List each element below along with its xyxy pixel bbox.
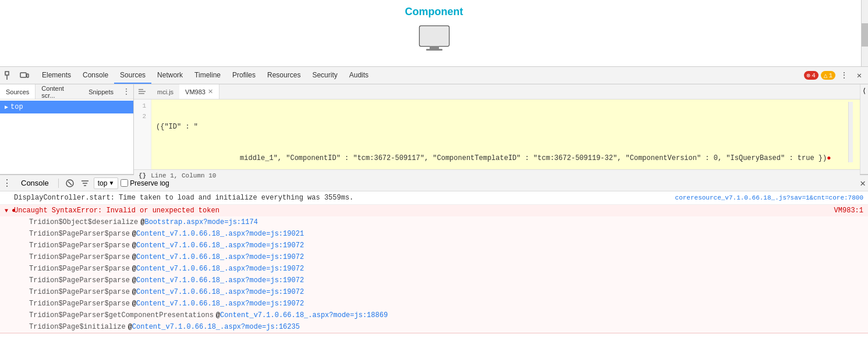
warn-count-badge[interactable]: △ 1 — [821, 71, 835, 80]
tree-item-top[interactable]: ▶ top — [0, 101, 133, 113]
preserve-log-input[interactable] — [121, 179, 128, 187]
svg-rect-4 — [5, 72, 9, 75]
tab-elements[interactable]: Elements — [36, 67, 77, 84]
editor-tab-format-icon — [134, 84, 151, 99]
toolbar-icons — [2, 69, 31, 83]
editor-tab-mci-js[interactable]: mci.js — [151, 84, 179, 99]
sources-panel: Sources Content scr... Snippets ⋮ ▶ top — [0, 84, 868, 175]
tab-profiles[interactable]: Profiles — [226, 67, 261, 84]
console-error-text: Uncaught SyntaxError: Invalid or unexpec… — [14, 207, 834, 215]
execution-context-chevron: ▼ — [108, 180, 114, 186]
preview-area: Component — [0, 0, 868, 67]
toolbar-right: ⊗ 4 △ 1 ⋮ ✕ — [804, 69, 866, 82]
stack-link-4[interactable]: Content_v7.1.0.66.18_.aspx?mode=js:19072 — [136, 264, 304, 274]
warn-count: 1 — [828, 72, 832, 79]
stack-link-1[interactable]: Content_v7.1.0.66.18_.aspx?mode=js:19021 — [136, 229, 304, 239]
devtools-toolbar: Elements Console Sources Network Timelin… — [0, 67, 868, 84]
monitor-icon — [417, 23, 452, 55]
filter-console-button[interactable] — [79, 177, 91, 190]
code-content[interactable]: ({"ID" : " middle_1", "ComponentID" : "t… — [151, 99, 860, 169]
sources-sidebar-tabs: Sources Content scr... Snippets ⋮ — [0, 84, 133, 99]
editor-tab-vm983[interactable]: VM983 ✕ — [179, 84, 219, 99]
tab-timeline[interactable]: Timeline — [189, 67, 226, 84]
stack-frame-3: Tridion$PageParser$parse @ Content_v7.1.… — [0, 251, 868, 263]
tab-network[interactable]: Network — [151, 67, 189, 84]
device-toolbar-button[interactable] — [17, 69, 31, 83]
console-error-row: ▼ ● Uncaught SyntaxError: Invalid or une… — [0, 205, 868, 333]
editor-tab-vm983-label: VM983 — [185, 88, 206, 95]
sidebar-tab-sources[interactable]: Sources — [0, 84, 36, 99]
console-info-link[interactable]: coreresource_v7.1.0.66.18_.js?sav=1&cnt=… — [675, 193, 863, 203]
stack-link-6[interactable]: Content_v7.1.0.66.18_.aspx?mode=js:19072 — [136, 287, 304, 297]
stack-link-2[interactable]: Content_v7.1.0.66.18_.aspx?mode=js:19072 — [136, 240, 304, 251]
console-info-message: DisplayController.start: Time taken to l… — [0, 191, 868, 205]
preview-scrollbar[interactable] — [861, 0, 868, 66]
code-editor-area: 1 2 ({"ID" : " middle_1", "ComponentID" … — [134, 99, 860, 169]
sources-sidebar: Sources Content scr... Snippets ⋮ ▶ top — [0, 84, 134, 174]
editor-tab-close-button[interactable]: ✕ — [208, 88, 213, 95]
pretty-print-icon[interactable]: {} — [139, 172, 146, 179]
close-console-button[interactable]: ✕ — [860, 177, 866, 189]
stack-frame-1: Tridion$PageParser$parse @ Content_v7.1.… — [0, 228, 868, 240]
sidebar-tabs-more-button[interactable]: ⋮ — [119, 87, 133, 96]
console-more-button[interactable]: ⋮ — [2, 177, 12, 189]
sources-editor: mci.js VM983 ✕ 1 2 ({"ID" : " middle_1",… — [134, 84, 860, 174]
sidebar-tab-content-scripts[interactable]: Content scr... — [36, 84, 83, 99]
stack-frame-5: Tridion$PageParser$parse @ Content_v7.1.… — [0, 275, 868, 286]
console-messages-list: DisplayController.start: Time taken to l… — [0, 191, 868, 335]
stack-frame-6: Tridion$PageParser$parse @ Content_v7.1.… — [0, 286, 868, 298]
tab-sources[interactable]: Sources — [114, 67, 151, 84]
error-count-badge[interactable]: ⊗ 4 — [804, 71, 819, 80]
stack-frame-7: Tridion$PageParser$parse @ Content_v7.1.… — [0, 298, 868, 310]
console-error-link[interactable]: VM983:1 — [834, 207, 863, 215]
console-tab[interactable]: Console — [16, 179, 54, 187]
stack-frame-4: Tridion$PageParser$parse @ Content_v7.1.… — [0, 263, 868, 275]
stack-link-3[interactable]: Content_v7.1.0.66.18_.aspx?mode=js:19072 — [136, 252, 304, 262]
inspect-element-button[interactable] — [2, 69, 16, 83]
svg-rect-3 — [426, 49, 442, 51]
close-devtools-button[interactable]: ✕ — [853, 69, 866, 82]
stack-frame-0: Tridion$Object$deserialize @ Bootstrap.a… — [0, 216, 868, 228]
clear-console-button[interactable] — [63, 177, 76, 190]
tree-expand-icon: ▶ — [5, 104, 8, 111]
warn-icon: △ — [824, 72, 828, 79]
editor-tab-mci-js-label: mci.js — [157, 88, 173, 95]
editor-tab-bar: mci.js VM983 ✕ — [134, 84, 860, 99]
toolbar-separator — [58, 179, 59, 188]
code-line-2: middle_1", "ComponentID" : "tcm:3672-509… — [156, 153, 855, 163]
line-numbers: 1 2 — [134, 99, 151, 169]
tab-console[interactable]: Console — [77, 67, 114, 84]
cursor-position: Line 1, Column 10 — [151, 172, 216, 179]
stack-link-8[interactable]: Content_v7.1.0.66.18_.aspx?mode=js:18869 — [220, 310, 388, 321]
console-info-text: DisplayController.start: Time taken to l… — [14, 193, 675, 203]
panel-toggle-icon[interactable]: ⟨ — [862, 87, 866, 95]
code-scrollbar[interactable] — [848, 102, 853, 162]
more-tools-button[interactable]: ⋮ — [838, 69, 851, 82]
error-expand-button[interactable]: ▼ — [5, 208, 8, 214]
stack-frame-9: Tridion$Page$initialize @ Content_v7.1.0… — [0, 321, 868, 333]
status-bar: {} Line 1, Column 10 — [134, 169, 860, 181]
execution-context-label: top — [98, 179, 108, 187]
svg-rect-7 — [20, 73, 26, 77]
tab-security[interactable]: Security — [306, 67, 343, 84]
svg-rect-2 — [430, 46, 439, 49]
sidebar-tab-snippets[interactable]: Snippets — [83, 84, 119, 99]
svg-rect-1 — [420, 26, 449, 46]
tab-resources[interactable]: Resources — [261, 67, 306, 84]
svg-rect-11 — [139, 93, 144, 94]
stack-link-7[interactable]: Content_v7.1.0.66.18_.aspx?mode=js:19072 — [136, 298, 304, 309]
preview-title: Component — [405, 6, 463, 18]
devtools-tab-list: Elements Console Sources Network Timelin… — [36, 67, 374, 84]
stack-frame-8: Tridion$PageParser$getComponentPresentat… — [0, 310, 868, 321]
execution-context-selector[interactable]: top ▼ — [94, 177, 119, 189]
svg-rect-8 — [27, 74, 29, 77]
editor-right-panel[interactable]: ⟨ — [860, 84, 868, 174]
svg-rect-10 — [139, 91, 146, 92]
error-icon: ⊗ — [807, 72, 811, 79]
sources-file-tree: ▶ top — [0, 99, 133, 115]
stack-link-0[interactable]: Bootstrap.aspx?mode=js:1174 — [144, 217, 257, 227]
stack-frame-2: Tridion$PageParser$parse @ Content_v7.1.… — [0, 240, 868, 251]
tab-audits[interactable]: Audits — [343, 67, 374, 84]
stack-link-5[interactable]: Content_v7.1.0.66.18_.aspx?mode=js:19072 — [136, 275, 304, 286]
stack-link-9[interactable]: Content_v7.1.0.66.18_.aspx?mode=js:16235 — [132, 322, 300, 332]
